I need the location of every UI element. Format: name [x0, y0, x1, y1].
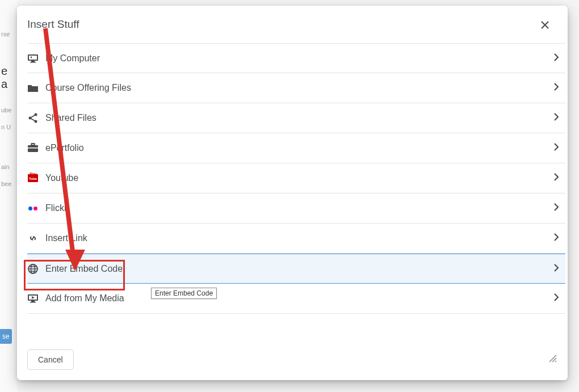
stuff-item-add-from-my-media[interactable]: Add from My Media	[27, 284, 565, 314]
chevron-right-icon	[554, 293, 559, 304]
stuff-item-insert-link[interactable]: Insert Link	[27, 224, 565, 254]
chevron-right-icon	[554, 53, 559, 64]
resize-handle[interactable]	[548, 354, 557, 365]
svg-rect-3	[30, 62, 36, 63]
stuff-item-enter-embed-code[interactable]: Enter Embed Code	[27, 254, 565, 284]
share-icon	[27, 112, 39, 124]
dialog-header: Insert Stuff	[17, 6, 568, 37]
stuff-item-label: Shared Files	[45, 113, 554, 123]
chevron-right-icon	[554, 83, 559, 93]
svg-rect-1	[29, 56, 37, 60]
stuff-item-label: Flickr	[45, 203, 554, 213]
stuff-item-label: Enter Embed Code	[45, 264, 554, 274]
stuff-item-youtube[interactable]: Youtube	[27, 163, 565, 193]
background-button-fragment: se	[0, 329, 12, 344]
dialog-footer: Cancel	[17, 342, 568, 380]
cancel-button[interactable]: Cancel	[27, 349, 74, 370]
chevron-right-icon	[554, 143, 559, 153]
svg-rect-7	[31, 144, 35, 145]
svg-rect-14	[31, 301, 35, 302]
stuff-item-shared-files[interactable]: Shared Files	[27, 103, 565, 133]
stuff-item-label: My Computer	[45, 53, 554, 64]
svg-rect-9	[28, 147, 38, 149]
link-icon	[27, 233, 39, 244]
stuff-item-label: ePortfolio	[45, 143, 554, 153]
chevron-right-icon	[554, 203, 559, 213]
close-button[interactable]	[538, 18, 552, 32]
svg-rect-2	[31, 61, 35, 62]
stuff-item-course-offering-files[interactable]: Course Offering Files	[27, 73, 565, 103]
chevron-right-icon	[554, 173, 559, 183]
youtube-icon	[27, 172, 39, 184]
display-icon	[27, 53, 39, 64]
stuff-item-my-computer[interactable]: My Computer	[27, 43, 565, 73]
svg-rect-15	[30, 302, 36, 303]
insert-stuff-dialog: Insert Stuff My ComputerCourse Offering …	[17, 6, 568, 380]
chevron-right-icon	[554, 233, 559, 243]
stuff-item-label: Insert Link	[45, 233, 554, 243]
media-icon	[27, 293, 39, 304]
svg-rect-8	[28, 145, 38, 152]
stuff-item-label: Youtube	[45, 173, 554, 183]
insert-stuff-list: My ComputerCourse Offering FilesShared F…	[17, 43, 565, 342]
resize-handle-icon	[548, 354, 557, 363]
stuff-item-eportfolio[interactable]: ePortfolio	[27, 133, 565, 163]
stuff-item-label: Course Offering Files	[45, 83, 554, 93]
close-icon	[541, 21, 549, 29]
chevron-right-icon	[554, 113, 559, 123]
tooltip-enter-embed-code: Enter Embed Code	[151, 288, 217, 299]
stuff-item-flickr[interactable]: Flickr	[27, 193, 565, 224]
stuff-item-label: Add from My Media	[45, 293, 554, 304]
briefcase-icon	[27, 142, 39, 154]
folder-icon	[27, 82, 39, 94]
dialog-title: Insert Stuff	[27, 18, 79, 31]
flickr-icon	[27, 203, 39, 214]
chevron-right-icon	[554, 264, 559, 274]
globe-icon	[27, 263, 39, 275]
